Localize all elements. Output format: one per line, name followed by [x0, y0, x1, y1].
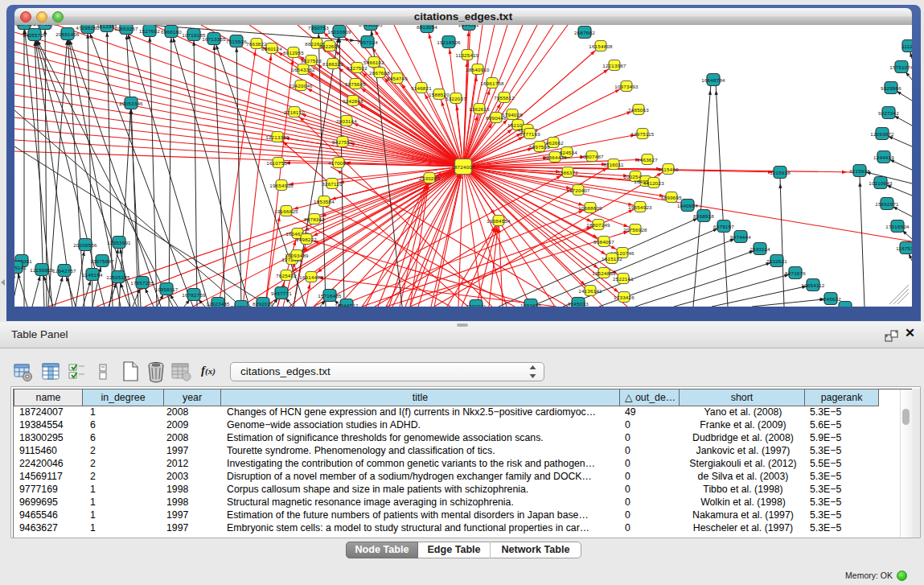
- svg-text:10872248: 10872248: [33, 25, 57, 27]
- svg-text:7955812: 7955812: [494, 95, 515, 101]
- svg-text:1527602: 1527602: [139, 28, 160, 34]
- svg-text:9463627: 9463627: [637, 157, 658, 163]
- svg-text:11123: 11123: [901, 43, 912, 49]
- svg-text:10210643: 10210643: [869, 180, 893, 186]
- svg-text:924561: 924561: [836, 305, 854, 307]
- svg-text:9327502: 9327502: [347, 65, 368, 71]
- svg-text:14136141: 14136141: [578, 288, 602, 294]
- svg-text:5466102: 5466102: [363, 60, 384, 65]
- svg-text:7386372: 7386372: [557, 170, 578, 175]
- svg-text:9084067: 9084067: [593, 239, 614, 245]
- svg-text:13524851: 13524851: [592, 270, 616, 276]
- svg-text:18640910: 18640910: [466, 67, 490, 72]
- svg-text:17957255: 17957255: [130, 280, 154, 286]
- svg-text:9327503: 9327503: [301, 58, 322, 64]
- svg-text:17016504: 17016504: [885, 224, 910, 229]
- svg-text:6897508: 6897508: [529, 144, 550, 150]
- svg-text:9227342: 9227342: [878, 110, 899, 116]
- svg-text:7357224: 7357224: [357, 39, 378, 45]
- svg-text:13975887: 13975887: [90, 258, 114, 264]
- svg-text:15692971: 15692971: [875, 201, 899, 207]
- svg-text:8912955: 8912955: [283, 50, 304, 56]
- svg-text:1167533: 1167533: [896, 245, 912, 251]
- svg-text:4170063: 4170063: [328, 160, 349, 166]
- svg-text:22420046: 22420046: [289, 83, 313, 89]
- svg-text:12213967: 12213967: [602, 63, 626, 68]
- svg-text:7515526: 7515526: [226, 39, 247, 44]
- svg-text:5875645: 5875645: [345, 81, 366, 87]
- svg-text:2867608: 2867608: [369, 70, 390, 76]
- svg-text:7202011: 7202011: [466, 303, 487, 307]
- svg-text:15751074: 15751074: [889, 64, 912, 70]
- svg-text:11325419: 11325419: [455, 52, 478, 58]
- svg-text:12975115: 12975115: [630, 131, 654, 137]
- svg-text:2530203: 2530203: [419, 175, 440, 181]
- svg-text:2694522: 2694522: [458, 25, 479, 27]
- svg-text:1145194: 1145194: [82, 272, 103, 278]
- svg-text:2718170: 2718170: [284, 109, 305, 115]
- svg-text:87490893: 87490893: [359, 25, 383, 27]
- svg-text:12213389: 12213389: [265, 134, 290, 140]
- svg-text:10944512: 10944512: [335, 303, 359, 307]
- svg-text:3915141: 3915141: [14, 265, 27, 270]
- svg-text:10654112: 10654112: [801, 282, 824, 288]
- svg-text:16107554: 16107554: [266, 160, 290, 166]
- svg-text:1640954: 1640954: [677, 203, 698, 208]
- svg-text:12353991: 12353991: [107, 240, 131, 245]
- svg-text:12156829: 12156829: [30, 267, 54, 273]
- svg-text:18724007: 18724007: [451, 164, 475, 170]
- svg-text:19654923: 19654923: [628, 204, 652, 210]
- svg-text:15716485: 15716485: [318, 293, 342, 299]
- svg-text:1498222: 1498222: [296, 237, 317, 242]
- svg-text:8878343: 8878343: [304, 216, 325, 222]
- svg-text:6966160: 6966160: [161, 29, 182, 35]
- svg-text:10688609: 10688609: [578, 205, 602, 211]
- svg-text:8454749: 8454749: [387, 76, 408, 81]
- svg-text:16648784: 16648784: [701, 77, 725, 83]
- svg-text:9245033: 9245033: [568, 301, 589, 307]
- svg-text:6899695: 6899695: [661, 195, 682, 200]
- svg-text:1362615: 1362615: [469, 106, 490, 112]
- svg-text:2933114: 2933114: [749, 246, 770, 252]
- svg-text:12923485: 12923485: [206, 301, 230, 307]
- svg-text:16782759: 16782759: [182, 292, 206, 298]
- svg-text:16543362: 16543362: [291, 67, 315, 72]
- svg-text:20364436: 20364436: [543, 154, 567, 160]
- svg-text:2687682: 2687682: [574, 30, 595, 35]
- svg-text:6794028: 6794028: [502, 112, 523, 117]
- svg-text:8938918: 8938918: [693, 213, 714, 219]
- svg-text:19166825: 19166825: [274, 208, 298, 214]
- svg-text:19384554: 19384554: [487, 218, 511, 224]
- svg-text:12093872: 12093872: [870, 131, 894, 137]
- svg-text:5322037: 5322037: [446, 96, 466, 101]
- svg-text:15720407: 15720407: [566, 187, 590, 193]
- svg-text:9245012: 9245012: [231, 304, 252, 307]
- svg-text:10807487: 10807487: [580, 154, 604, 159]
- svg-text:16033809: 16033809: [327, 29, 351, 35]
- svg-text:9146821: 9146821: [411, 85, 432, 91]
- svg-text:8427552: 8427552: [332, 139, 353, 145]
- svg-text:1733426: 1733426: [614, 295, 634, 300]
- svg-text:9329966: 9329966: [881, 85, 901, 91]
- svg-text:20053346: 20053346: [119, 101, 143, 106]
- svg-text:8471676: 8471676: [785, 270, 806, 276]
- svg-text:19218506: 19218506: [437, 39, 461, 45]
- svg-text:7485063: 7485063: [628, 107, 649, 113]
- svg-text:7632621: 7632621: [766, 258, 787, 264]
- svg-text:12505175: 12505175: [106, 274, 130, 280]
- svg-text:16914479: 16914479: [299, 274, 323, 280]
- svg-text:1092455: 1092455: [520, 303, 541, 307]
- svg-text:3215938: 3215938: [849, 168, 870, 174]
- svg-text:9474444: 9474444: [730, 234, 751, 240]
- svg-text:8292020: 8292020: [253, 301, 273, 307]
- svg-text:10973493: 10973493: [614, 84, 639, 89]
- svg-text:9245632: 9245632: [820, 296, 841, 302]
- svg-text:12942757: 12942757: [52, 268, 76, 274]
- svg-text:16154808: 16154808: [589, 43, 613, 49]
- svg-text:2522141: 2522141: [613, 276, 634, 282]
- svg-text:9457771: 9457771: [271, 290, 292, 296]
- svg-text:20756928: 20756928: [623, 227, 647, 233]
- svg-text:6379197: 6379197: [713, 224, 734, 229]
- svg-text:1244419: 1244419: [873, 154, 894, 160]
- svg-text:9115460: 9115460: [658, 167, 679, 172]
